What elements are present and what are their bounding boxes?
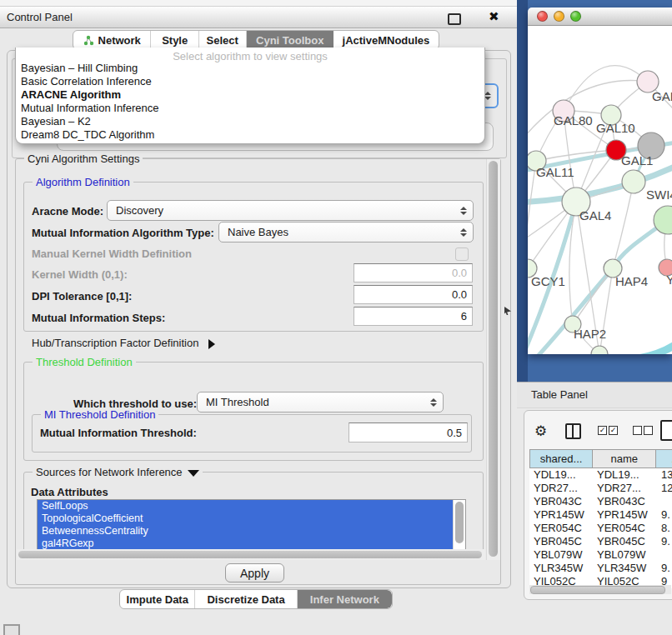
manual-kernel-checkbox[interactable]	[455, 248, 469, 261]
table-cell[interactable]: YLR345W	[593, 562, 657, 575]
node-label: GAL10	[596, 121, 635, 135]
algorithm-item[interactable]: Dream8 DC_TDC Algorithm	[19, 128, 481, 142]
table-cell[interactable]: 9.	[657, 508, 672, 522]
attribute-item[interactable]: TopologicalCoefficient	[38, 512, 454, 525]
tab-network[interactable]: Network	[73, 31, 151, 49]
table-cell[interactable]: YDR27...	[593, 482, 657, 495]
settings-vscrollbar[interactable]	[486, 159, 500, 560]
network-edge[interactable]	[564, 66, 648, 111]
table-hscrollbar[interactable]	[529, 585, 671, 594]
columns-icon[interactable]	[565, 423, 581, 439]
table-row[interactable]: YDL19...YDL19...13	[529, 468, 672, 482]
sources-title[interactable]: Sources for Network Inference	[33, 466, 203, 478]
table-doc-icon[interactable]	[660, 420, 672, 441]
attribute-item[interactable]: BetweennessCentrality	[38, 525, 454, 538]
table-cell[interactable]: YBR043C	[529, 495, 593, 508]
mac-zoom-icon[interactable]	[570, 11, 581, 22]
network-graph[interactable]: GALGAL80GAL10GAL1GAL11SWI4GAL4GCY1HAP4YH…	[528, 26, 672, 354]
column-header[interactable]: A	[656, 450, 672, 468]
table-cell[interactable]: YBR045C	[593, 535, 657, 548]
algorithm-item[interactable]: ARACNE Algorithm	[19, 88, 481, 102]
kernel-width-field[interactable]: 0.0	[354, 263, 473, 282]
network-node[interactable]	[622, 170, 645, 193]
table-cell[interactable]: 9.	[657, 535, 672, 548]
data-attributes-label: Data Attributes	[31, 486, 108, 498]
checked-checkbox-icon[interactable]: ✓	[598, 426, 607, 435]
table-row[interactable]: YBR045CYBR045C9.	[529, 535, 672, 548]
node-label: Y	[666, 272, 672, 287]
which-threshold-select[interactable]: MI Threshold	[197, 392, 444, 412]
tab-impute-data[interactable]: Impute Data	[120, 590, 195, 608]
mac-minimize-icon[interactable]	[554, 11, 564, 22]
hub-definition-expander[interactable]: Hub/Transcription Factor Definition	[32, 337, 215, 349]
table-row[interactable]: YPR145WYPR145W9.	[529, 508, 672, 522]
tab-discretize-data-label: Discretize Data	[207, 593, 284, 606]
aracne-mode-select[interactable]: Discovery	[107, 200, 474, 221]
table-row[interactable]: YER054CYER054C8.	[529, 522, 672, 535]
tab-style[interactable]: Style	[151, 31, 199, 49]
table-cell[interactable]: 8.	[657, 522, 672, 535]
network-canvas[interactable]: GALGAL80GAL10GAL1GAL11SWI4GAL4GCY1HAP4YH…	[528, 26, 672, 354]
table-cell[interactable]: YDL19...	[529, 468, 593, 482]
mac-close-icon[interactable]	[537, 11, 548, 22]
network-window-titlebar[interactable]	[528, 8, 672, 26]
algorithm-item[interactable]: Mutual Information Inference	[19, 102, 481, 115]
column-header[interactable]: shared...	[530, 450, 593, 468]
tab-select[interactable]: Select	[199, 31, 247, 49]
network-node[interactable]	[591, 346, 608, 354]
unchecked-checkbox-icon[interactable]	[644, 426, 653, 435]
unchecked-checkbox-icon[interactable]	[633, 426, 642, 435]
table-cell[interactable]: 9.	[657, 562, 672, 575]
table-cell[interactable]: 13	[657, 468, 672, 482]
attribute-item[interactable]: SelfLoops	[38, 500, 454, 512]
apply-button[interactable]: Apply	[225, 563, 284, 582]
attributes-scrollbar[interactable]	[453, 500, 465, 549]
settings-hscrollbar[interactable]	[17, 549, 485, 560]
tab-infer-network[interactable]: Infer Network	[298, 590, 392, 608]
mi-type-select[interactable]: Naive Bayes	[218, 222, 474, 242]
table-cell[interactable]	[657, 548, 672, 562]
table-cell[interactable]: YDR27...	[529, 482, 593, 495]
table-cell[interactable]: YLR345W	[529, 562, 593, 575]
table-cell[interactable]: YDL19...	[593, 468, 657, 482]
table-cell[interactable]: YPR145W	[529, 508, 593, 522]
network-edge[interactable]	[607, 344, 672, 354]
gear-icon[interactable]: ⚙	[534, 422, 547, 440]
table-cell[interactable]: 12	[657, 482, 672, 495]
table-cell[interactable]: YBR045C	[529, 535, 593, 548]
spinner-icon	[430, 398, 437, 407]
column-header[interactable]: name	[593, 450, 656, 468]
table-cell[interactable]: YER054C	[529, 522, 593, 535]
network-edge[interactable]	[573, 268, 613, 324]
tab-discretize-data[interactable]: Discretize Data	[195, 590, 297, 608]
checked-checkbox-icon[interactable]: ✓	[609, 426, 618, 435]
network-edge[interactable]	[528, 161, 536, 259]
table-cell[interactable]: YBL079W	[529, 548, 593, 562]
mi-threshold-field[interactable]: 0.5	[349, 422, 468, 442]
table-cell[interactable]: YER054C	[593, 522, 657, 535]
table-cell[interactable]	[657, 495, 672, 508]
algorithm-item[interactable]: Bayesian – K2	[19, 115, 481, 128]
table-row[interactable]: YDR27...YDR27...12	[529, 482, 672, 495]
table-row[interactable]: YBR043CYBR043C	[529, 495, 672, 508]
algorithm-item[interactable]: Bayesian – Hill Climbing	[19, 62, 481, 75]
mi-steps-field[interactable]: 6	[354, 307, 473, 326]
algorithm-dropdown-placeholder: Select algorithm to view settings	[16, 50, 484, 62]
tab-cyni-toolbox[interactable]: Cyni Toolbox	[247, 31, 333, 49]
close-icon[interactable]: ✖	[489, 9, 499, 24]
table-cell[interactable]: YPR145W	[593, 508, 657, 522]
restore-panel-icon[interactable]	[3, 624, 20, 635]
screen: Control Panel ✖ Network Style Select Cyn…	[0, 0, 672, 635]
node-label: SWI4	[646, 188, 672, 202]
table-cell[interactable]: YBL079W	[593, 548, 657, 562]
attribute-item[interactable]: gal4RGexp	[38, 538, 454, 550]
table-row[interactable]: YBL079WYBL079W	[529, 548, 672, 562]
algorithm-item[interactable]: Basic Correlation Inference	[19, 75, 481, 88]
table-row[interactable]: YLR345WYLR345W9.	[529, 562, 672, 575]
float-window-icon[interactable]	[448, 13, 461, 25]
algorithm-definition-title: Algorithm Definition	[33, 176, 133, 188]
table-cell[interactable]: YBR043C	[593, 495, 657, 508]
dpi-tolerance-field[interactable]: 0.0	[354, 285, 473, 304]
tab-jactivemnodules[interactable]: jActiveMNodules	[333, 31, 439, 49]
node-label: GAL1	[621, 153, 653, 168]
